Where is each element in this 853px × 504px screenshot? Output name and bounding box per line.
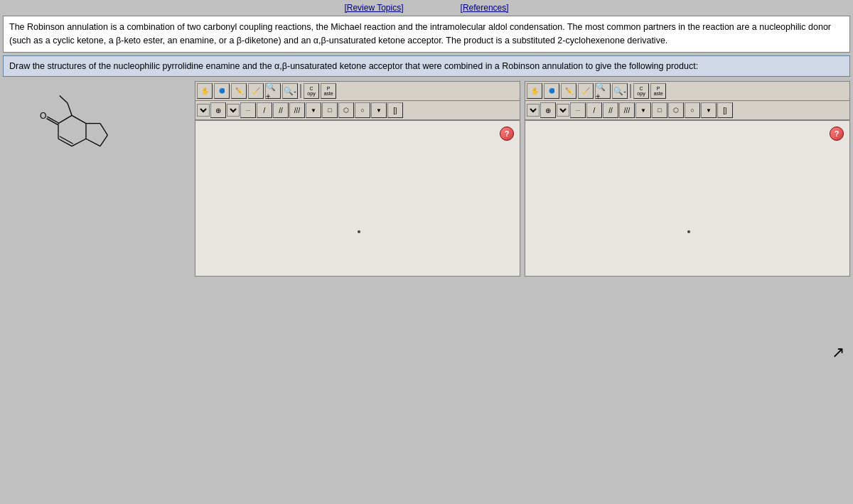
zoom-out-btn-1[interactable]: 🔍- bbox=[282, 83, 298, 99]
question-icon-2: ? bbox=[830, 127, 844, 141]
line-btn-2[interactable]: / bbox=[586, 102, 602, 118]
question-text: Draw the structures of the nucleophilic … bbox=[3, 55, 850, 77]
line-btn-1[interactable]: / bbox=[257, 102, 272, 118]
molecule-svg: O bbox=[24, 85, 166, 177]
toolbar-2-row2: C ⊕ / ··· / // /// ▼ □ ⬡ ○ ▼ [| bbox=[525, 101, 850, 120]
canvas-dot-1 bbox=[358, 230, 360, 233]
dline-btn-2[interactable]: // bbox=[603, 102, 618, 118]
eraser-tool-btn-1[interactable]: 🧹 bbox=[248, 83, 264, 99]
plus-btn-1[interactable]: ⊕ bbox=[210, 102, 226, 118]
hand-tool-btn-1[interactable]: ✋ bbox=[197, 83, 213, 99]
atom-tool-btn-1[interactable]: 🔵 bbox=[214, 83, 230, 99]
arrow-select-2[interactable]: ▼ bbox=[635, 102, 651, 118]
bond-select-2[interactable]: / bbox=[557, 104, 569, 117]
bond-select-1[interactable]: / bbox=[227, 104, 240, 117]
zoom-out-btn-2[interactable]: 🔍- bbox=[612, 83, 628, 99]
hand-tool-btn-2[interactable]: ✋ bbox=[527, 83, 542, 99]
svg-line-13 bbox=[100, 135, 107, 146]
info-text: The Robinson annulation is a combination… bbox=[3, 16, 850, 53]
paste-btn-1[interactable]: Paste bbox=[321, 83, 336, 99]
svg-line-8 bbox=[72, 116, 86, 124]
molecule-display: O bbox=[3, 81, 188, 181]
arrow-select-1[interactable]: ▼ bbox=[306, 102, 321, 118]
canvas-dot-2 bbox=[687, 230, 690, 233]
svg-line-9 bbox=[58, 116, 72, 124]
toolbar-1-row1: ✋ 🔵 ✏️ 🧹 🔍+ 🔍- Copy Paste bbox=[195, 81, 520, 101]
copy-btn-2[interactable]: Copy bbox=[633, 83, 649, 99]
pencil-tool-btn-1[interactable]: ✏️ bbox=[231, 83, 247, 99]
cursor-icon: ↗ bbox=[832, 343, 844, 362]
hex-btn-2[interactable]: ⬡ bbox=[668, 102, 684, 118]
draw-panel-2: ✋ 🔵 ✏️ 🧹 🔍+ 🔍- Copy Paste C ⊕ / ··· bbox=[525, 81, 850, 277]
atom-tool-btn-2[interactable]: 🔵 bbox=[544, 83, 559, 99]
draw-canvas-2[interactable]: ? bbox=[525, 120, 850, 277]
sep2 bbox=[630, 84, 631, 98]
draw-panel-1: ✋ 🔵 ✏️ 🧹 🔍+ 🔍- Copy Paste bbox=[195, 81, 520, 277]
svg-line-11 bbox=[60, 96, 68, 103]
chain-select-2[interactable]: C bbox=[527, 104, 540, 117]
svg-line-12 bbox=[86, 139, 100, 146]
pencil-tool-btn-2[interactable]: ✏️ bbox=[561, 83, 576, 99]
eraser-tool-btn-2[interactable]: 🧹 bbox=[578, 83, 594, 99]
svg-line-4 bbox=[58, 139, 72, 146]
rect-btn-2[interactable]: □ bbox=[652, 102, 667, 118]
sep1 bbox=[300, 84, 301, 98]
bracket-btn-1[interactable]: [| bbox=[387, 102, 403, 118]
question-icon-1: ? bbox=[500, 127, 514, 141]
top-nav: [Review Topics] [References] bbox=[0, 0, 853, 16]
shape-arrow-1[interactable]: ▼ bbox=[371, 102, 387, 118]
toolbar-1-row2: C ⊕ / ··· / // /// ▼ □ ⬡ ○ ▼ [| bbox=[195, 101, 520, 120]
svg-line-14 bbox=[100, 124, 107, 135]
dline-btn-1[interactable]: // bbox=[273, 102, 289, 118]
svg-text:O: O bbox=[40, 111, 46, 121]
plus-btn-2[interactable]: ⊕ bbox=[540, 102, 556, 118]
tline-btn-2[interactable]: /// bbox=[619, 102, 635, 118]
rect-btn-1[interactable]: □ bbox=[322, 102, 338, 118]
svg-line-10 bbox=[68, 103, 72, 115]
zoom-in-btn-2[interactable]: 🔍+ bbox=[595, 83, 611, 99]
draw-panels: ✋ 🔵 ✏️ 🧹 🔍+ 🔍- Copy Paste bbox=[195, 81, 850, 277]
svg-line-5 bbox=[60, 136, 73, 144]
circle-btn-2[interactable]: ○ bbox=[685, 102, 700, 118]
tline-btn-1[interactable]: /// bbox=[289, 102, 305, 118]
paste-btn-2[interactable]: Paste bbox=[650, 83, 666, 99]
shape-arrow-2[interactable]: ▼ bbox=[701, 102, 717, 118]
bracket-btn-2[interactable]: [| bbox=[717, 102, 733, 118]
toolbar-2-row1: ✋ 🔵 ✏️ 🧹 🔍+ 🔍- Copy Paste bbox=[525, 81, 850, 101]
dot-btn-2[interactable]: ··· bbox=[570, 102, 586, 118]
hex-btn-1[interactable]: ⬡ bbox=[338, 102, 354, 118]
review-topics-link[interactable]: [Review Topics] bbox=[344, 3, 403, 13]
dot-btn-1[interactable]: ··· bbox=[240, 102, 256, 118]
circle-btn-1[interactable]: ○ bbox=[355, 102, 370, 118]
chain-select-1[interactable]: C bbox=[197, 104, 210, 117]
copy-btn-1[interactable]: Copy bbox=[304, 83, 319, 99]
references-link[interactable]: [References] bbox=[461, 3, 509, 13]
draw-canvas-1[interactable]: ? bbox=[195, 120, 520, 277]
svg-line-6 bbox=[72, 139, 86, 146]
zoom-in-btn-1[interactable]: 🔍+ bbox=[265, 83, 281, 99]
molecule-area: O bbox=[3, 81, 850, 277]
